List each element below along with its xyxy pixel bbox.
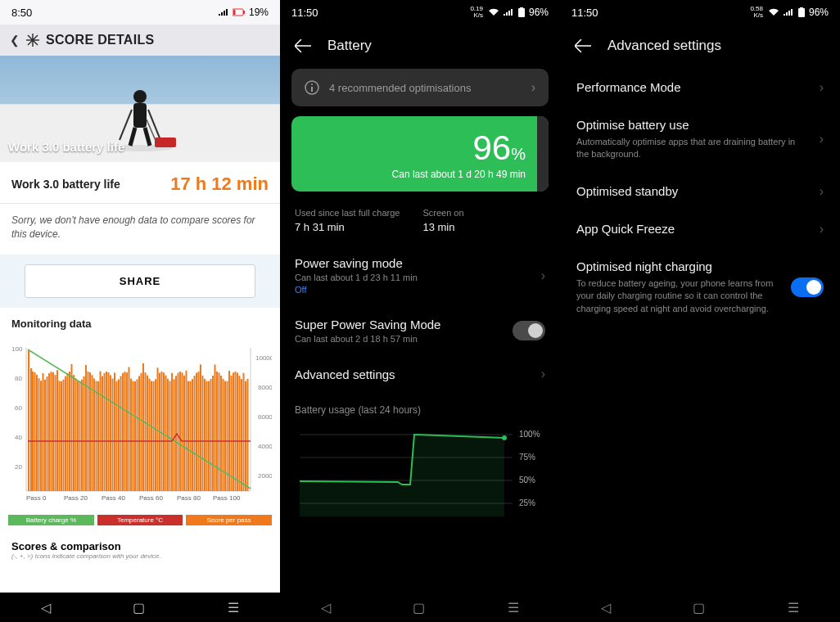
night-charging-item[interactable]: Optimised night charging To reduce batte… [560, 248, 840, 327]
svg-rect-83 [147, 375, 148, 490]
svg-rect-128 [239, 376, 241, 491]
performance-mode-item[interactable]: Performance Mode › [560, 69, 840, 106]
svg-rect-56 [92, 375, 93, 491]
svg-line-6 [120, 110, 132, 140]
svg-rect-87 [155, 379, 156, 491]
svg-rect-45 [69, 372, 70, 491]
battery-pct: 96% [529, 7, 549, 18]
svg-rect-154 [800, 7, 803, 8]
svg-rect-34 [47, 376, 48, 490]
nav-recent-icon[interactable]: ☰ [228, 600, 239, 615]
optimise-battery-item[interactable]: Optimise battery use Automatically optim… [560, 106, 840, 173]
svg-rect-86 [153, 381, 155, 490]
svg-rect-42 [63, 379, 65, 490]
svg-text:Pass 60: Pass 60 [139, 494, 163, 502]
back-arrow-icon[interactable] [295, 39, 311, 52]
svg-rect-101 [183, 375, 185, 490]
svg-text:100: 100 [11, 345, 23, 353]
comparison-note: Sorry, we don't have enough data to comp… [0, 204, 280, 255]
nav-home-icon[interactable]: ▢ [693, 600, 705, 615]
svg-rect-113 [208, 381, 210, 490]
svg-rect-65 [110, 375, 111, 491]
svg-rect-35 [48, 373, 50, 491]
svg-rect-32 [43, 372, 44, 490]
svg-rect-103 [187, 381, 189, 490]
optimised-standby-item[interactable]: Optimised standby › [560, 173, 840, 210]
svg-rect-143 [311, 87, 313, 92]
back-chevron-icon[interactable]: ❮ [10, 34, 20, 47]
svg-text:10000: 10000 [255, 354, 272, 362]
battery-level-card[interactable]: 96% Can last about 1 d 20 h 49 min [291, 116, 549, 192]
power-saving-item[interactable]: Power saving mode Can last about 1 d 23 … [280, 245, 560, 306]
svg-rect-66 [112, 378, 114, 491]
chevron-right-icon: › [820, 184, 824, 199]
advanced-settings-item[interactable]: Advanced settings › [280, 355, 560, 393]
recommendations-banner[interactable]: 4 recommended optimisations › [291, 69, 549, 106]
svg-rect-140 [520, 7, 523, 8]
nav-back-icon[interactable]: ◁ [41, 600, 51, 615]
hero-image: Work 3.0 battery life [0, 56, 280, 162]
svg-rect-88 [157, 367, 159, 491]
chart-legend: Battery charge % Temperature °C Score pe… [0, 512, 280, 534]
svg-rect-67 [114, 372, 115, 491]
status-icons: 0.19K/s 96% [470, 6, 549, 19]
svg-rect-29 [36, 375, 38, 491]
legend-score: Score per pass [186, 515, 272, 525]
svg-text:100%: 100% [519, 430, 540, 439]
svg-rect-104 [190, 381, 192, 490]
toggle-on[interactable] [791, 277, 824, 297]
svg-rect-108 [198, 372, 200, 491]
svg-rect-127 [237, 372, 238, 491]
chevron-right-icon: › [820, 132, 824, 146]
svg-rect-115 [212, 376, 214, 491]
svg-rect-40 [59, 381, 61, 491]
signal-icon [218, 8, 229, 16]
nav-back-icon[interactable]: ◁ [321, 600, 331, 615]
nav-recent-icon[interactable]: ☰ [508, 600, 519, 615]
svg-rect-92 [165, 375, 167, 490]
svg-rect-75 [130, 378, 132, 490]
svg-rect-37 [52, 372, 54, 490]
svg-rect-64 [108, 372, 110, 491]
score-value: 17 h 12 min [170, 174, 269, 195]
svg-rect-59 [97, 381, 99, 490]
share-button[interactable]: SHARE [25, 264, 255, 298]
nav-home-icon[interactable]: ▢ [133, 600, 145, 615]
back-arrow-icon[interactable] [575, 39, 591, 52]
battery-icon [797, 7, 806, 17]
used-label: Used since last full charge [295, 208, 400, 218]
battery-pct: 19% [249, 7, 269, 18]
history-title: Battery usage (last 24 hours) [280, 393, 560, 422]
svg-rect-95 [171, 372, 173, 490]
svg-rect-60 [100, 371, 102, 490]
svg-rect-102 [186, 370, 187, 490]
svg-text:25%: 25% [519, 498, 535, 507]
clock: 11:50 [571, 7, 598, 19]
svg-rect-57 [93, 378, 95, 491]
snowflake-icon [26, 34, 39, 47]
svg-rect-71 [122, 372, 124, 490]
svg-line-7 [148, 110, 160, 140]
svg-rect-79 [138, 376, 140, 491]
app-quick-freeze-item[interactable]: App Quick Freeze › [560, 210, 840, 248]
svg-rect-139 [518, 8, 525, 17]
svg-rect-85 [151, 381, 152, 491]
svg-rect-106 [194, 376, 196, 491]
svg-rect-129 [241, 379, 242, 491]
svg-text:80: 80 [15, 375, 22, 382]
svg-rect-99 [179, 372, 181, 491]
nav-recent-icon[interactable]: ☰ [788, 600, 799, 615]
nav-home-icon[interactable]: ▢ [413, 600, 425, 615]
toggle-off[interactable] [513, 321, 545, 340]
legend-temp: Temperature °C [97, 515, 183, 525]
svg-rect-117 [216, 372, 218, 491]
svg-rect-80 [141, 372, 142, 490]
svg-line-8 [130, 128, 135, 146]
super-power-saving-item[interactable]: Super Power Saving Mode Can last about 2… [280, 306, 560, 355]
svg-rect-70 [120, 376, 122, 491]
history-chart: 100% 75% 50% 25% [280, 422, 560, 524]
nav-back-icon[interactable]: ◁ [601, 600, 611, 615]
svg-rect-73 [126, 372, 128, 491]
svg-text:Pass 40: Pass 40 [102, 494, 125, 502]
svg-rect-62 [104, 372, 106, 490]
